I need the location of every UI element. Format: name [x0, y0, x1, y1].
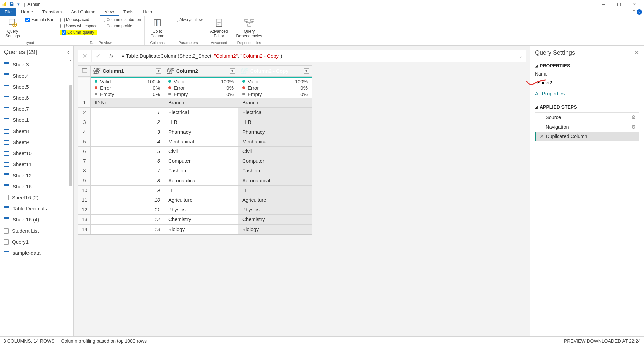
applied-step[interactable]: ✕Duplicated Column	[535, 132, 639, 141]
cell[interactable]: 2	[91, 117, 164, 127]
cell[interactable]: 11	[91, 205, 164, 214]
cell[interactable]: Branch	[164, 98, 238, 107]
row-number[interactable]: 6	[78, 146, 91, 156]
cell[interactable]: LLB	[238, 117, 312, 127]
query-item[interactable]: Sheet8	[0, 126, 73, 137]
query-item[interactable]: Query1	[0, 236, 73, 247]
always-allow-checkbox[interactable]: Always allow	[174, 17, 203, 22]
cell[interactable]: Aeronautical	[238, 176, 312, 185]
tab-tools[interactable]: Tools	[119, 8, 138, 16]
cell[interactable]: Pharmacy	[238, 127, 312, 137]
column-header[interactable]: ABC123Column1▼	[91, 66, 164, 77]
row-number[interactable]: 5	[78, 137, 91, 146]
cell[interactable]: 12	[91, 214, 164, 224]
tab-help[interactable]: Help	[138, 8, 157, 16]
cell[interactable]: Computer	[164, 156, 238, 166]
table-row[interactable]: 1ID NoBranchBranch	[78, 98, 312, 107]
table-corner-button[interactable]	[78, 66, 91, 77]
table-row[interactable]: 1312ChemistryChemistry	[78, 214, 312, 224]
cell[interactable]: Electrical	[164, 107, 238, 117]
delete-step-icon[interactable]: ✕	[540, 134, 544, 139]
query-item[interactable]: Sheet16 (2)	[0, 192, 73, 203]
show-whitespace-checkbox[interactable]: Show whitespace	[60, 23, 97, 28]
scroll-thumb[interactable]	[69, 85, 72, 186]
cell[interactable]: Agriculture	[164, 195, 238, 205]
query-item[interactable]: Sheet1	[0, 114, 73, 126]
query-dependencies-button[interactable]: Query Dependencies	[235, 17, 263, 38]
table-row[interactable]: 98AeronauticalAeronautical	[78, 176, 312, 185]
cell[interactable]: 8	[91, 176, 164, 185]
cell[interactable]: IT	[238, 185, 312, 195]
tab-home[interactable]: Home	[16, 8, 38, 16]
cell[interactable]: Mechanical	[164, 137, 238, 146]
query-item[interactable]: Sheet10	[0, 148, 73, 159]
monospaced-checkbox[interactable]: Monospaced	[60, 17, 97, 22]
column-filter-dropdown[interactable]: ▼	[156, 68, 161, 74]
query-item[interactable]: Sheet7	[0, 103, 73, 114]
formula-cancel-button[interactable]: ✕	[78, 50, 92, 62]
maximize-button[interactable]: ▢	[611, 0, 627, 8]
query-item[interactable]: Sheet9	[0, 137, 73, 148]
row-number[interactable]: 9	[78, 176, 91, 185]
cell[interactable]: Physics	[164, 205, 238, 214]
table-row[interactable]: 76ComputerComputer	[78, 156, 312, 166]
applied-steps-header[interactable]: ◢APPLIED STEPS	[535, 104, 639, 110]
column-header[interactable]: ABC123Column2 - Copy▼	[238, 66, 312, 77]
cell[interactable]: Civil	[238, 146, 312, 156]
cell[interactable]: 4	[91, 137, 164, 146]
cell[interactable]: 10	[91, 195, 164, 205]
all-properties-link[interactable]: All Properties	[535, 91, 639, 96]
table-row[interactable]: 32LLBLLB	[78, 117, 312, 127]
column-profile-checkbox[interactable]: Column profile	[101, 23, 141, 28]
column-quality-checkbox[interactable]: Column quality	[60, 30, 97, 35]
query-item[interactable]: Sheet3	[0, 59, 73, 70]
close-settings-button[interactable]: ✕	[634, 49, 639, 56]
row-number[interactable]: 2	[78, 107, 91, 117]
cell[interactable]: Biology	[238, 224, 312, 234]
help-icon[interactable]: ?	[637, 9, 642, 15]
tab-add-column[interactable]: Add Column	[66, 8, 100, 16]
cell[interactable]: LLB	[164, 117, 238, 127]
query-name-input[interactable]	[535, 78, 639, 87]
collapse-queries-icon[interactable]: ‹	[67, 49, 69, 56]
query-item[interactable]: Sheet6	[0, 92, 73, 103]
goto-column-button[interactable]: Go to Column	[148, 17, 167, 38]
table-row[interactable]: 43PharmacyPharmacy	[78, 127, 312, 137]
fx-icon[interactable]: fx	[105, 50, 118, 62]
query-item[interactable]: Sheet16 (4)	[0, 214, 73, 225]
tab-view[interactable]: View	[100, 8, 119, 16]
qat-dropdown[interactable]: ▾	[15, 1, 21, 7]
cell[interactable]: 13	[91, 224, 164, 234]
cell[interactable]: 7	[91, 166, 164, 176]
row-number[interactable]: 1	[78, 98, 91, 107]
row-number[interactable]: 8	[78, 166, 91, 176]
row-number[interactable]: 3	[78, 117, 91, 127]
close-button[interactable]: ✕	[627, 0, 642, 8]
query-item[interactable]: Sheet4	[0, 70, 73, 81]
table-row[interactable]: 21ElectricalElectrical	[78, 107, 312, 117]
table-row[interactable]: 109ITIT	[78, 185, 312, 195]
cell[interactable]: Electrical	[238, 107, 312, 117]
column-filter-dropdown[interactable]: ▼	[230, 68, 235, 74]
column-header[interactable]: ABC123Column2▼	[164, 66, 238, 77]
cell[interactable]: Fashion	[164, 166, 238, 176]
table-row[interactable]: 87FashionFashion	[78, 166, 312, 176]
tab-transform[interactable]: Transform	[38, 8, 67, 16]
applied-step[interactable]: Source⚙	[535, 113, 639, 122]
cell[interactable]: Physics	[238, 205, 312, 214]
query-item[interactable]: Sheet11	[0, 159, 73, 170]
cell[interactable]: Chemistry	[164, 214, 238, 224]
table-row[interactable]: 1110AgricultureAgriculture	[78, 195, 312, 205]
ribbon-chevron-icon[interactable]: ˆ	[633, 9, 635, 14]
cell[interactable]: 5	[91, 146, 164, 156]
cell[interactable]: IT	[164, 185, 238, 195]
query-item[interactable]: sample-data	[0, 247, 73, 258]
scroll-up-icon[interactable]: ˆ	[68, 59, 73, 65]
row-number[interactable]: 7	[78, 156, 91, 166]
table-row[interactable]: 54MechanicalMechanical	[78, 137, 312, 146]
cell[interactable]: Pharmacy	[164, 127, 238, 137]
gear-icon[interactable]: ⚙	[631, 115, 636, 120]
row-number[interactable]: 14	[78, 224, 91, 234]
applied-step[interactable]: Navigation⚙	[535, 122, 639, 132]
cell[interactable]: Mechanical	[238, 137, 312, 146]
